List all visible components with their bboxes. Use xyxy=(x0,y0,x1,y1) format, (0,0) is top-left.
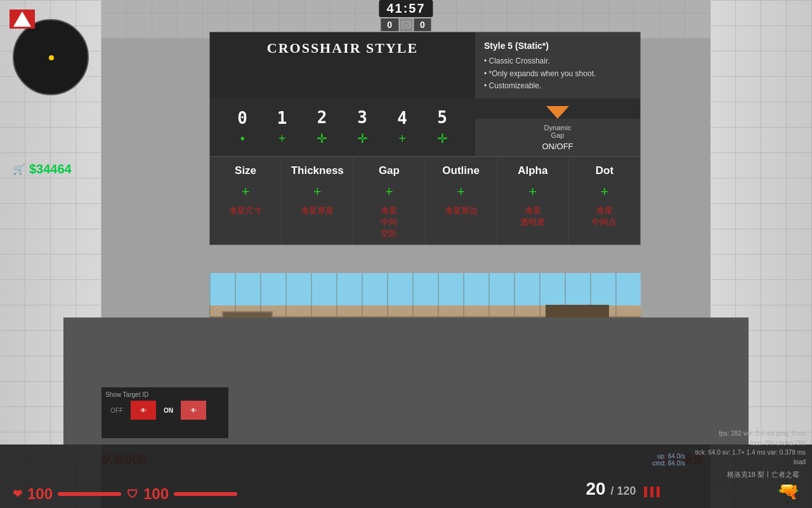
style-side-panel: DynamicGap ON/OFF xyxy=(475,98,640,156)
dynamic-gap-toggle[interactable]: ON/OFF xyxy=(542,142,573,151)
crosshair-3: ✛ xyxy=(357,131,368,146)
style-title: Style 5 (Static*) xyxy=(484,39,631,53)
menu-style-info: Style 5 (Static*) • Classic Crosshair. •… xyxy=(475,32,640,98)
bottom-hud: ❤ 100 🛡 100 xyxy=(0,444,812,508)
arrow-down xyxy=(546,106,569,119)
fps-line4: load xyxy=(695,457,806,467)
armor-icon: 🛡 xyxy=(127,488,138,501)
target-id-off[interactable]: OFF xyxy=(105,406,128,415)
fps-line2: loss: 0% choke: 0% xyxy=(695,438,806,448)
size-chinese: 准星尺寸 xyxy=(229,205,262,217)
alpha-crosshair-icon: + xyxy=(528,184,537,200)
target-id-title: Show Target ID xyxy=(105,391,225,398)
outline-label: Outline xyxy=(442,164,480,177)
crosshair-4: + xyxy=(398,131,406,146)
outline-chinese: 准星黑边 xyxy=(445,205,478,217)
crosshair-0: • xyxy=(240,131,245,146)
thickness-label: Thickness xyxy=(291,164,344,177)
style-option-5[interactable]: 5 ✛ xyxy=(437,108,448,146)
control-size[interactable]: Size + 准星尺寸 xyxy=(210,157,282,244)
target-id-preview-on: 👁 xyxy=(181,401,206,420)
armor-bar-fill xyxy=(174,492,237,496)
logo-box xyxy=(10,10,35,29)
size-label: Size xyxy=(235,164,256,177)
logo-shape xyxy=(13,11,31,27)
fps-info: fps: 282 var: 0.4 ms ping: 0 ms loss: 0%… xyxy=(695,429,806,467)
ammo-reserve-value: 120 xyxy=(617,485,636,497)
dot-crosshair-icon: + xyxy=(601,184,609,200)
dynamic-gap-row: DynamicGap ON/OFF xyxy=(475,119,640,156)
ammo-reserve: / xyxy=(610,485,617,497)
ammo-indicator: ▐▐▐ xyxy=(641,486,660,497)
hud-top: 41:57 0 0 xyxy=(379,0,433,31)
money-display: 🛒 $34464 xyxy=(13,162,72,177)
control-dot[interactable]: Dot + 准星 中间点 xyxy=(569,157,640,244)
style-selector: 0 • 1 + 2 ✛ 3 ✛ 4 + 5 ✛ xyxy=(210,98,640,156)
menu-header: Crosshair Style Style 5 (Static*) • Clas… xyxy=(210,32,640,98)
money-value: $34464 xyxy=(29,162,72,177)
style-num-1: 1 xyxy=(277,109,287,128)
health-bar xyxy=(58,492,121,496)
target-id-options: OFF 👁 ON 👁 xyxy=(105,401,225,420)
style-num-0: 0 xyxy=(237,109,247,128)
style-option-3[interactable]: 3 ✛ xyxy=(357,108,368,146)
style-option-4[interactable]: 4 + xyxy=(397,109,407,146)
weapon-icon: 🔫 xyxy=(777,481,799,502)
thickness-crosshair-icon: + xyxy=(313,184,322,200)
gap-chinese: 准星 中间 空距 xyxy=(381,205,397,239)
crosshair-5: ✛ xyxy=(437,131,448,146)
score-box: 0 0 xyxy=(381,18,431,31)
style-num-5: 5 xyxy=(437,108,447,127)
control-outline[interactable]: Outline + 准星黑边 xyxy=(426,157,497,244)
health-bar-fill xyxy=(58,492,121,496)
armor-value: 100 xyxy=(143,485,169,503)
style-num-2: 2 xyxy=(317,108,327,127)
right-side-info: up: 64.0/s cmd: 64.0/s xyxy=(652,453,685,467)
style-options: 0 • 1 + 2 ✛ 3 ✛ 4 + 5 ✛ xyxy=(210,98,475,156)
armor-display: 🛡 100 xyxy=(127,485,237,503)
alpha-chinese: 准星 透明度 xyxy=(520,205,545,228)
dot-chinese: 准星 中间点 xyxy=(592,205,617,228)
weapon-display: 格洛克18 梨丨亡者之霉 🔫 xyxy=(727,470,799,502)
fps-line3: tick: 64.0 sv: 1.7+ 1.4 ms var: 0.378 ms xyxy=(695,448,806,457)
crosshair-style-menu: Crosshair Style Style 5 (Static*) • Clas… xyxy=(209,32,641,245)
fps-line1: fps: 282 var: 0.4 ms ping: 0 ms xyxy=(695,429,806,438)
dynamic-gap-label: DynamicGap xyxy=(544,124,572,139)
ammo-current: 20 xyxy=(586,479,605,498)
style-num-4: 4 xyxy=(397,109,407,128)
score-separator xyxy=(400,18,412,31)
menu-title: Crosshair Style xyxy=(210,32,475,98)
minimap-dot xyxy=(49,55,54,60)
controls-row: Size + 准星尺寸 Thickness + 准星厚度 Gap + 准星 中间… xyxy=(210,156,640,244)
score-right: 0 xyxy=(414,18,431,31)
thickness-chinese: 准星厚度 xyxy=(301,205,334,217)
armor-bar xyxy=(174,492,237,496)
health-value: 100 xyxy=(27,485,53,503)
netinfo-right1: up: 64.0/s xyxy=(652,453,685,460)
target-id-on[interactable]: ON xyxy=(159,406,178,415)
control-alpha[interactable]: Alpha + 准星 透明度 xyxy=(497,157,569,244)
style-bullet-1: • Classic Crosshair. xyxy=(484,55,631,67)
dot-label: Dot xyxy=(596,164,613,177)
style-option-0[interactable]: 0 • xyxy=(237,109,247,146)
cart-icon: 🛒 xyxy=(13,163,25,175)
control-gap[interactable]: Gap + 准星 中间 空距 xyxy=(353,157,425,244)
control-thickness[interactable]: Thickness + 准星厚度 xyxy=(282,157,353,244)
health-display: ❤ 100 xyxy=(13,485,121,503)
style-option-2[interactable]: 2 ✛ xyxy=(317,108,327,146)
target-id-panel: Show Target ID OFF 👁 ON 👁 xyxy=(102,387,228,438)
health-icon: ❤ xyxy=(13,487,22,501)
weapon-name: 格洛克18 梨丨亡者之霉 xyxy=(727,470,799,479)
gap-label: Gap xyxy=(379,164,400,177)
style-bullet-2: • *Only expands when you shoot. xyxy=(484,68,631,80)
outline-crosshair-icon: + xyxy=(457,184,465,200)
target-id-preview: 👁 xyxy=(131,401,156,420)
gap-crosshair-icon: + xyxy=(385,184,393,200)
style-bullet-3: • Customizeable. xyxy=(484,80,631,92)
style-arrow xyxy=(475,98,640,119)
style-num-3: 3 xyxy=(357,108,367,127)
score-left: 0 xyxy=(381,18,398,31)
style-option-1[interactable]: 1 + xyxy=(277,109,287,146)
game-logo xyxy=(6,6,38,32)
timer-display: 41:57 xyxy=(379,0,433,17)
